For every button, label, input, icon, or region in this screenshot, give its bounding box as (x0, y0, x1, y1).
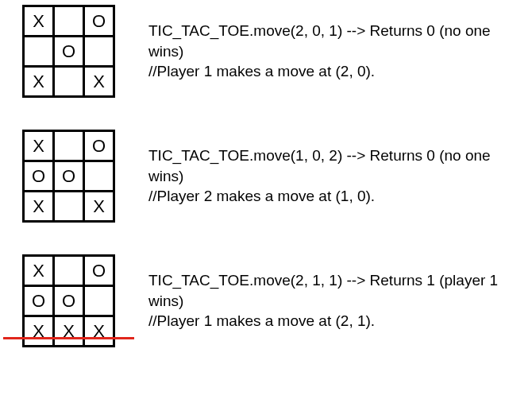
win-line (3, 337, 134, 339)
cell (54, 131, 84, 161)
cell (54, 256, 84, 286)
cell (54, 6, 84, 37)
diagram-step: X O O O X X TIC_TAC_TOE.move(1, 0, 2) --… (22, 130, 516, 223)
cell: O (54, 161, 84, 192)
code-line: TIC_TAC_TOE.move(1, 0, 2) --> Returns 0 … (148, 145, 514, 186)
tic-tac-toe-board: X O O X X (22, 5, 115, 98)
step-description: TIC_TAC_TOE.move(2, 1, 1) --> Returns 1 … (148, 270, 514, 331)
cell (54, 192, 84, 222)
diagram-step: X O O O X X X TIC_TAC_TOE.move(2, 1, 1) … (22, 254, 516, 347)
code-line: TIC_TAC_TOE.move(2, 0, 1) --> Returns 0 … (148, 21, 514, 61)
tic-tac-toe-board: X O O O X X X (22, 254, 115, 347)
code-line: TIC_TAC_TOE.move(2, 1, 1) --> Returns 1 … (148, 270, 514, 311)
board-wrap-1: X O O O X X (22, 130, 115, 223)
cell: X (24, 256, 54, 286)
cell: O (84, 256, 114, 286)
diagram-step: X O O X X TIC_TAC_TOE.move(2, 0, 1) --> … (22, 5, 516, 98)
board-wrap-2: X O O O X X X (22, 254, 115, 347)
cell: O (84, 131, 114, 161)
comment-line: //Player 1 makes a move at (2, 1). (148, 311, 514, 331)
step-description: TIC_TAC_TOE.move(1, 0, 2) --> Returns 0 … (148, 145, 514, 207)
cell: O (24, 161, 54, 192)
cell: X (24, 67, 54, 97)
cell (24, 37, 54, 67)
cell (84, 37, 114, 67)
step-description: TIC_TAC_TOE.move(2, 0, 1) --> Returns 0 … (148, 21, 514, 82)
cell (84, 286, 114, 316)
cell (84, 161, 114, 192)
cell: X (84, 67, 114, 97)
cell: O (54, 37, 84, 67)
cell: X (24, 131, 54, 161)
tic-tac-toe-board: X O O O X X (22, 130, 115, 223)
board-wrap-0: X O O X X (22, 5, 115, 98)
cell: O (24, 286, 54, 316)
comment-line: //Player 2 makes a move at (1, 0). (148, 186, 514, 207)
cell: X (54, 316, 84, 347)
cell: X (24, 192, 54, 222)
cell: X (84, 192, 114, 222)
comment-line: //Player 1 makes a move at (2, 0). (148, 61, 514, 82)
cell: X (24, 316, 54, 347)
cell: O (84, 6, 114, 37)
cell (54, 67, 84, 97)
cell: X (84, 316, 114, 347)
cell: X (24, 6, 54, 37)
cell: O (54, 286, 84, 316)
